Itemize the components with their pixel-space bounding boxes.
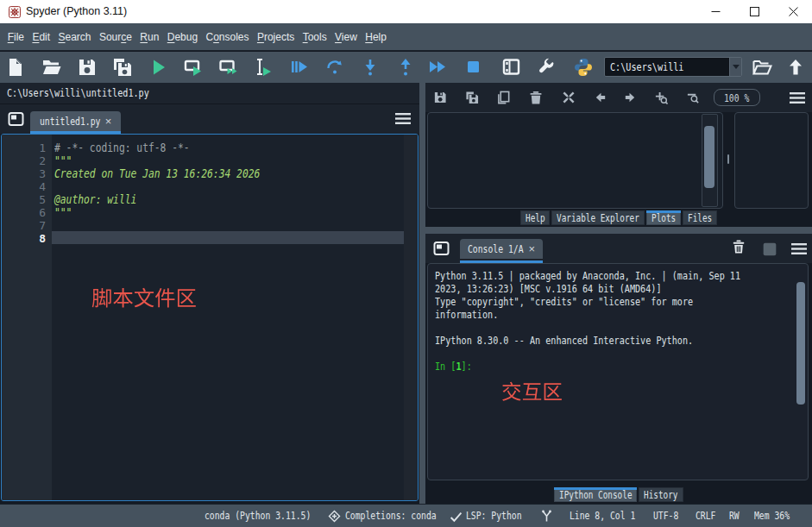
menu-source[interactable]: Source <box>95 23 135 51</box>
save-all-icon[interactable] <box>112 57 133 78</box>
editor-line-4: 4 <box>2 180 419 193</box>
remove-console-icon[interactable] <box>732 240 746 254</box>
tab-files[interactable]: Files <box>683 210 717 225</box>
working-directory-dropdown[interactable] <box>729 58 741 76</box>
browse-consoles-icon[interactable] <box>433 241 450 256</box>
chevron-down-icon <box>733 65 740 69</box>
tab-variable-explorer[interactable]: Variable Explorer <box>551 210 645 225</box>
browse-tabs-icon[interactable] <box>8 111 24 127</box>
maximize-button[interactable] <box>735 0 774 23</box>
save-all-plots-icon[interactable] <box>465 91 479 104</box>
console-scrollbar-thumb[interactable] <box>796 282 805 405</box>
next-plot-icon[interactable] <box>623 91 637 104</box>
minimize-icon <box>711 7 721 16</box>
menu-edit[interactable]: Edit <box>28 23 54 51</box>
console-line: 2023, 13:26:23) [MSC v.1916 64 bit (AMD6… <box>435 282 797 295</box>
menu-file[interactable]: File <box>3 23 28 51</box>
python-path-manager-icon[interactable] <box>573 57 594 78</box>
code-text: Created on Tue Jan 13 16:26:34 2026 <box>54 167 215 180</box>
spyder-window: Spyder (Python 3.11) FileEditSearchSourc… <box>0 0 812 527</box>
menu-view[interactable]: View <box>330 23 361 51</box>
code-text: """ <box>54 206 68 219</box>
plots-toolbar: 100 % <box>425 83 812 112</box>
menu-run[interactable]: Run <box>136 23 163 51</box>
vertical-splitter[interactable] <box>419 83 425 504</box>
remove-all-plots-icon[interactable] <box>562 91 576 104</box>
plots-scrollbar-thumb[interactable] <box>704 126 714 188</box>
main-toolbar: C:\Users\willi <box>0 52 812 83</box>
plots-options-menu-icon[interactable] <box>790 91 805 104</box>
editor-line-6: 6""" <box>2 206 419 219</box>
zoom-in-icon[interactable] <box>654 91 668 104</box>
maximize-pane-icon[interactable] <box>501 57 522 78</box>
horizontal-splitter[interactable] <box>425 227 812 234</box>
code-editor[interactable]: 1# -*- coding: utf-8 -*-2"""3Created on … <box>1 134 419 501</box>
copy-plot-icon[interactable] <box>497 91 511 104</box>
working-directory-combobox[interactable]: C:\Users\willi <box>604 57 742 77</box>
line-number: 3 <box>2 167 46 180</box>
editor-line-2: 2""" <box>2 154 419 167</box>
browse-working-directory-icon[interactable] <box>752 57 772 78</box>
zoom-out-icon[interactable] <box>686 91 700 104</box>
open-file-icon[interactable] <box>41 57 62 78</box>
run-current-line-icon[interactable] <box>324 57 345 78</box>
console-line <box>435 321 797 334</box>
editor-tab[interactable]: untitled1.py × <box>30 111 121 134</box>
console-line <box>435 347 797 360</box>
maximize-icon <box>750 7 759 16</box>
run-file-icon[interactable] <box>148 57 169 78</box>
step-into-icon[interactable] <box>360 57 381 78</box>
menu-projects[interactable]: Projects <box>253 23 299 51</box>
line-number: 6 <box>2 206 46 219</box>
continue-execution-icon[interactable] <box>427 57 448 78</box>
zoom-level-box: 100 % <box>714 89 760 106</box>
interrupt-kernel-icon[interactable] <box>763 242 777 256</box>
console-tab[interactable]: Console 1/A × <box>460 239 543 263</box>
code-text: """ <box>54 154 68 167</box>
menu-help[interactable]: Help <box>362 23 391 51</box>
console-scrollbar[interactable] <box>794 265 808 480</box>
run-selection-icon[interactable] <box>253 57 274 78</box>
stop-debugging-icon[interactable] <box>463 57 484 78</box>
tab-history[interactable]: History <box>639 487 683 502</box>
menu-search[interactable]: Search <box>54 23 95 51</box>
status-env: conda (Python 3.11.5) <box>205 505 287 527</box>
save-file-icon[interactable] <box>77 57 98 78</box>
tab-plots[interactable]: Plots <box>646 210 681 225</box>
menu-bar: FileEditSearchSourceRunDebugConsolesProj… <box>0 23 812 51</box>
tab-help[interactable]: Help <box>520 210 551 225</box>
status-encoding: UTF-8 <box>653 505 673 527</box>
menu-tools[interactable]: Tools <box>299 23 330 51</box>
plots-scrollbar[interactable] <box>702 114 718 207</box>
menu-consoles[interactable]: Consoles <box>202 23 253 51</box>
close-button[interactable] <box>774 0 812 23</box>
previous-plot-icon[interactable] <box>594 91 607 104</box>
preferences-icon[interactable] <box>536 57 557 78</box>
console-prompt: In [1]: <box>435 360 797 373</box>
editor-options-menu-icon[interactable] <box>395 112 411 125</box>
ipython-console[interactable]: Python 3.11.5 | packaged by Anaconda, In… <box>427 263 809 480</box>
plots-splitter-handle[interactable] <box>727 154 729 164</box>
menu-debug[interactable]: Debug <box>163 23 202 51</box>
console-options-menu-icon[interactable] <box>791 242 807 255</box>
editor-line-8: 8 <box>2 232 419 245</box>
file-path: C:\Users\willi\untitled1.py <box>7 83 117 104</box>
minimize-button[interactable] <box>696 0 735 23</box>
save-plot-icon[interactable] <box>433 91 447 104</box>
console-tab-label: Console 1/A <box>468 242 511 255</box>
debug-file-icon[interactable] <box>289 57 310 78</box>
status-eol: CRLF <box>696 505 711 527</box>
parent-directory-icon[interactable] <box>785 57 806 78</box>
editor-tab-close-icon[interactable]: × <box>105 115 112 128</box>
tab-ipython-console[interactable]: IPython Console <box>554 487 637 502</box>
run-cell-advance-icon[interactable] <box>218 57 239 78</box>
console-line: IPython 8.30.0 -- An enhanced Interactiv… <box>435 334 797 347</box>
code-text: @author: willi <box>54 193 118 206</box>
console-tab-close-icon[interactable]: × <box>529 242 536 255</box>
new-file-icon[interactable] <box>5 57 26 78</box>
plots-thumbnails-panel <box>734 112 809 209</box>
remove-plot-icon[interactable] <box>529 91 543 104</box>
run-cell-icon[interactable] <box>183 57 204 78</box>
editor-annotation <box>91 287 197 308</box>
step-return-icon[interactable] <box>395 57 416 78</box>
